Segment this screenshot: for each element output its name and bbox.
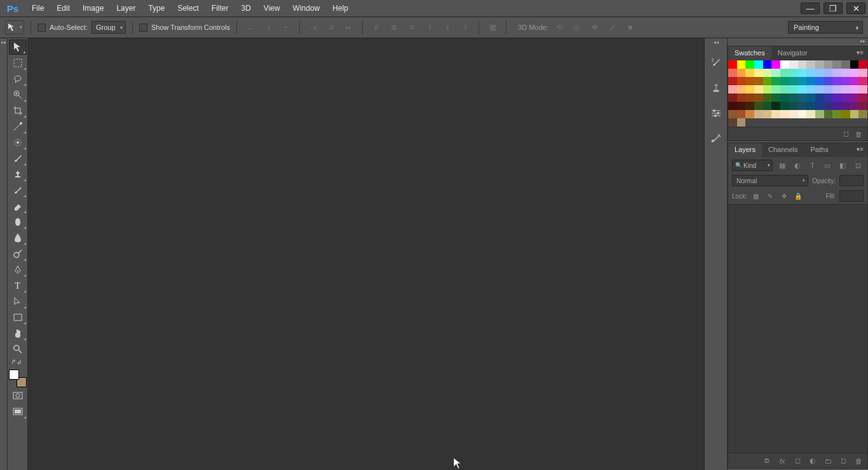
swatch[interactable]: [728, 69, 737, 77]
swatch[interactable]: [841, 69, 850, 77]
swatch[interactable]: [841, 93, 850, 102]
swatch[interactable]: [763, 69, 772, 77]
swatch[interactable]: [832, 102, 841, 110]
swatch[interactable]: [771, 85, 780, 93]
swatch[interactable]: [763, 60, 772, 69]
auto-select-dropdown[interactable]: Group: [92, 21, 126, 34]
swatch[interactable]: [798, 102, 807, 110]
layer-filter-kind[interactable]: Kind: [732, 160, 773, 171]
hand-tool[interactable]: [9, 326, 27, 341]
swatch[interactable]: [737, 77, 746, 85]
crop-tool[interactable]: [9, 103, 27, 118]
menu-help[interactable]: Help: [326, 0, 355, 17]
zoom-tool[interactable]: [9, 342, 27, 357]
swatch[interactable]: [815, 110, 824, 118]
swatch[interactable]: [815, 102, 824, 110]
swatch[interactable]: [841, 85, 850, 93]
align-hcenter-icon[interactable]: ⫡: [324, 20, 338, 34]
distribute-left-icon[interactable]: ⦀: [423, 20, 437, 34]
swatch[interactable]: [763, 110, 772, 118]
lock-position-icon[interactable]: ✥: [779, 191, 789, 201]
swatch[interactable]: [789, 110, 798, 118]
swatch[interactable]: [832, 93, 841, 102]
swatch[interactable]: [841, 110, 850, 118]
swatch[interactable]: [832, 77, 841, 85]
swatch[interactable]: [771, 60, 780, 69]
new-swatch-icon[interactable]: ◻: [843, 130, 849, 138]
menu-3d[interactable]: 3D: [234, 0, 257, 17]
swatch[interactable]: [728, 102, 737, 110]
swatch[interactable]: [754, 69, 763, 77]
swatch[interactable]: [806, 102, 815, 110]
swatch[interactable]: [737, 102, 746, 110]
swatch[interactable]: [832, 85, 841, 93]
history-brush-tool[interactable]: [9, 183, 27, 198]
swatch[interactable]: [737, 60, 746, 69]
auto-align-icon[interactable]: ▦: [485, 20, 499, 34]
opacity-field[interactable]: [839, 175, 864, 186]
swatch[interactable]: [850, 77, 859, 85]
distribute-right-icon[interactable]: ⦀: [458, 20, 472, 34]
swatch[interactable]: [745, 93, 754, 102]
swatch[interactable]: [850, 85, 859, 93]
path-selection-tool[interactable]: [9, 294, 27, 309]
swatch[interactable]: [728, 110, 737, 118]
swatch[interactable]: [815, 60, 824, 69]
foreground-color-swatch[interactable]: [9, 370, 19, 380]
marquee-tool[interactable]: [9, 55, 27, 71]
align-right-icon[interactable]: ⫢: [342, 20, 356, 34]
swatch[interactable]: [858, 77, 867, 85]
swatch[interactable]: [780, 110, 789, 118]
link-layers-icon[interactable]: ⧉: [762, 457, 772, 465]
clone-source-icon[interactable]: [707, 79, 725, 97]
swatch[interactable]: [745, 85, 754, 93]
3d-orbit-icon[interactable]: ⟲: [552, 20, 566, 34]
swatch[interactable]: [798, 93, 807, 102]
tab-navigator[interactable]: Navigator: [771, 46, 814, 60]
menu-view[interactable]: View: [257, 0, 287, 17]
menu-layer[interactable]: Layer: [110, 0, 142, 17]
minimize-button[interactable]: —: [801, 3, 820, 14]
new-layer-icon[interactable]: ◻: [838, 457, 848, 465]
collapse-panels-icon[interactable]: ▸▸: [728, 38, 868, 46]
swatch[interactable]: [780, 93, 789, 102]
type-tool[interactable]: T: [9, 278, 27, 293]
blur-tool[interactable]: [9, 230, 27, 245]
swatch[interactable]: [798, 110, 807, 118]
swatch[interactable]: [771, 77, 780, 85]
swatch[interactable]: [815, 69, 824, 77]
workspace-switcher[interactable]: Painting: [788, 21, 863, 34]
swatch[interactable]: [798, 85, 807, 93]
filter-type-icon[interactable]: T: [807, 160, 818, 171]
lasso-tool[interactable]: [9, 71, 27, 86]
swatch[interactable]: [789, 93, 798, 102]
swatch[interactable]: [824, 77, 833, 85]
swatch[interactable]: [728, 93, 737, 102]
brush-tool[interactable]: [9, 151, 27, 166]
swatch[interactable]: [850, 93, 859, 102]
quick-select-tool[interactable]: [9, 87, 27, 102]
expand-toolbar-icon[interactable]: ▸▸: [1, 39, 6, 470]
swatch[interactable]: [798, 69, 807, 77]
auto-select-checkbox[interactable]: [37, 24, 46, 32]
panel-menu-icon[interactable]: ▾≡: [853, 143, 867, 157]
swatch[interactable]: [798, 77, 807, 85]
pen-tool[interactable]: [9, 262, 27, 277]
swatch[interactable]: [832, 60, 841, 69]
filter-pixel-icon[interactable]: ▦: [776, 160, 788, 171]
quick-mask-tool[interactable]: [9, 388, 27, 403]
brush-presets-icon[interactable]: [707, 53, 725, 71]
swatch[interactable]: [745, 110, 754, 118]
swatch[interactable]: [745, 77, 754, 85]
swatch[interactable]: [728, 60, 737, 69]
menu-select[interactable]: Select: [171, 0, 205, 17]
swatch[interactable]: [754, 93, 763, 102]
show-transform-checkbox[interactable]: [139, 24, 147, 32]
swatch[interactable]: [858, 69, 867, 77]
align-top-icon[interactable]: ⫠: [243, 20, 257, 34]
swatch[interactable]: [745, 102, 754, 110]
swatch[interactable]: [789, 77, 798, 85]
swatch[interactable]: [858, 93, 867, 102]
swatch[interactable]: [806, 110, 815, 118]
swatch[interactable]: [780, 69, 789, 77]
